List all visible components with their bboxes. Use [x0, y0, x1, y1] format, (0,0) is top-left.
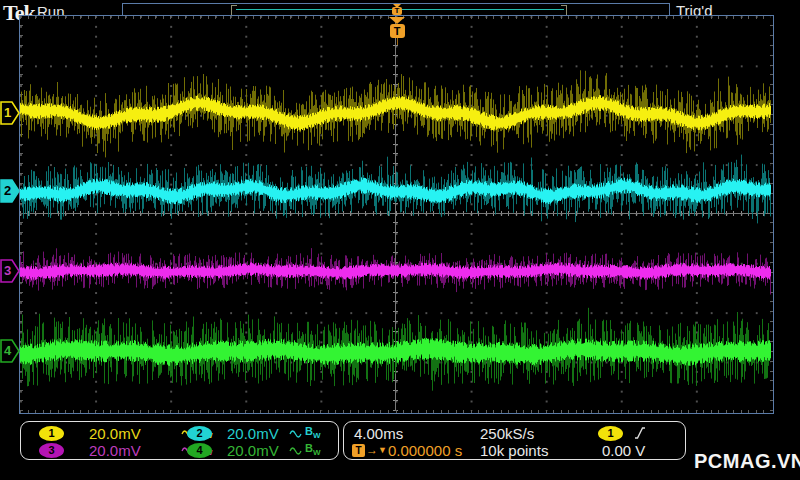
channel-4-marker[interactable]: 4: [0, 339, 20, 363]
delay-marker-icon: ▼: [378, 444, 387, 457]
channel-2-ac-coupling-icon: [289, 429, 303, 439]
channel-1-badge[interactable]: 1: [39, 426, 64, 441]
channel-4-badge[interactable]: 4: [187, 443, 212, 458]
oscilloscope-screen: Tek Run Trig'd T T 1: [0, 0, 800, 480]
channel-1-scale: 20.0mV: [89, 426, 141, 441]
channel-readouts-box[interactable]: 1 20.0mV BW 2 20.0mV BW 3 20.0mV BW 4 20…: [20, 421, 339, 460]
record-length: 10k points: [480, 443, 548, 458]
channel-1-marker[interactable]: 1: [0, 101, 20, 125]
channel-3-badge[interactable]: 3: [39, 443, 64, 458]
channel-3-marker[interactable]: 3: [0, 259, 20, 283]
channel-3-scale: 20.0mV: [89, 443, 141, 458]
trigger-level: 0.00 V: [602, 443, 645, 458]
trigger-delay-readout: T → ▼ 0.000000 s: [352, 443, 462, 458]
watermark: PCMAG.VN: [694, 450, 800, 473]
trigger-position-flag[interactable]: T: [389, 17, 405, 45]
arrow-right-icon: →: [366, 444, 378, 457]
sample-rate: 250kS/s: [480, 426, 534, 441]
channel-4-scale: 20.0mV: [227, 443, 279, 458]
trigger-t-badge-icon: T: [352, 444, 365, 457]
channel-2-bandwidth-icon: BW: [305, 426, 321, 441]
channel-2-marker-label: 2: [0, 179, 15, 203]
horizontal-trigger-box[interactable]: 4.00ms 250kS/s 1 T → ▼ 0.000000 s 10k po…: [343, 421, 686, 460]
channel-4-ac-coupling-icon: [289, 446, 303, 456]
time-per-div: 4.00ms: [354, 426, 403, 441]
channel-2-scale: 20.0mV: [227, 426, 279, 441]
channel-2-marker[interactable]: 2: [0, 179, 20, 203]
channel-3-marker-label: 3: [0, 259, 15, 283]
trigger-flag-t-icon: T: [390, 24, 405, 38]
channel-2-badge[interactable]: 2: [187, 426, 212, 441]
trigger-slope-rising-icon: [634, 426, 646, 440]
trigger-flag-arrow-icon: [389, 17, 405, 24]
channel-1-marker-label: 1: [0, 101, 15, 125]
trigger-delay-value: 0.000000 s: [388, 443, 462, 458]
trigger-t-icon: T: [392, 7, 402, 15]
trigger-source-badge[interactable]: 1: [598, 426, 623, 441]
channel-4-bandwidth-icon: BW: [305, 443, 321, 458]
trigger-flag-stem: [397, 38, 398, 45]
channel-4-marker-label: 4: [0, 339, 15, 363]
waveform-display: T: [19, 15, 774, 414]
waveforms-svg: [20, 16, 771, 411]
